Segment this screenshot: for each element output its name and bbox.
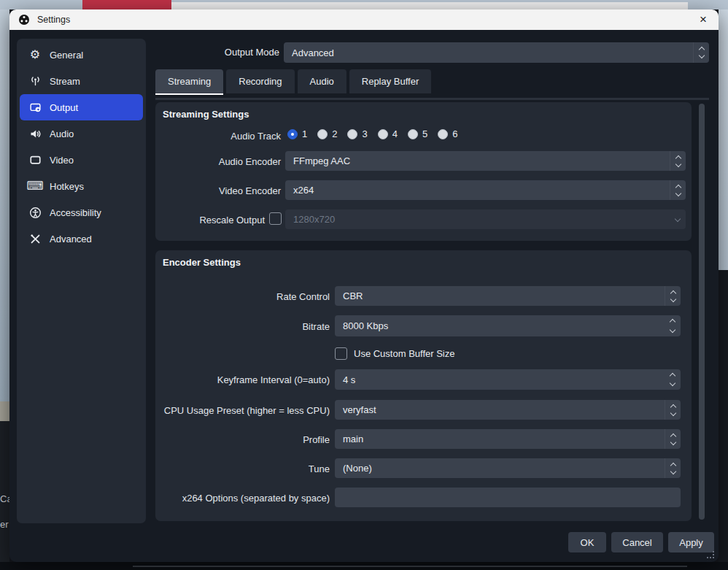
- chevron-down-icon[interactable]: [670, 209, 686, 229]
- vertical-scrollbar[interactable]: [699, 104, 705, 520]
- group-title: Encoder Settings: [163, 257, 241, 268]
- settings-dialog: Settings × ⚙ General Stream: [9, 9, 719, 562]
- profile-label: Profile: [155, 434, 330, 445]
- sidebar-item-advanced[interactable]: Advanced: [20, 226, 143, 252]
- x264-options-label: x264 Options (separated by space): [155, 493, 330, 504]
- tab-replay-buffer[interactable]: Replay Buffer: [349, 69, 432, 93]
- radio-label: 3: [362, 128, 367, 139]
- close-icon[interactable]: ×: [695, 12, 711, 28]
- sidebar-item-label: Audio: [50, 128, 74, 139]
- spinner-arrows-icon[interactable]: [665, 369, 681, 390]
- rate-control-label: Rate Control: [155, 291, 330, 302]
- radio-label: 4: [392, 128, 398, 139]
- sidebar-item-label: Output: [50, 102, 78, 113]
- rescale-resolution-select[interactable]: 1280x720: [285, 209, 686, 229]
- sidebar-item-output[interactable]: Output: [20, 94, 143, 120]
- video-encoder-value: x264: [293, 180, 314, 200]
- background-red-bar: [82, 0, 171, 9]
- output-mode-select[interactable]: Advanced: [284, 42, 709, 63]
- sidebar-item-label: Hotkeys: [50, 181, 84, 192]
- desktop-background: [0, 401, 9, 421]
- radio-track-2[interactable]: [317, 129, 328, 139]
- rescale-output-checkbox[interactable]: [269, 212, 282, 225]
- radio-track-3[interactable]: [347, 129, 357, 139]
- bitrate-label: Bitrate: [155, 321, 330, 332]
- settings-sidebar: ⚙ General Stream Output: [17, 39, 146, 523]
- bitrate-spinbox[interactable]: 8000 Kbps: [335, 315, 681, 336]
- video-encoder-label: Video Encoder: [155, 185, 281, 196]
- chevron-updown-icon[interactable]: [665, 286, 681, 306]
- profile-value: main: [343, 429, 363, 449]
- background-window-edge: Ca er: [0, 421, 9, 570]
- radio-track-4[interactable]: [378, 129, 388, 139]
- rescale-resolution-value: 1280x720: [293, 209, 335, 229]
- background-text-fragment: Ca: [0, 493, 9, 504]
- encoder-settings-group: Encoder Settings Rate Control CBR Bitrat…: [155, 250, 692, 521]
- rescale-output-label: Rescale Output: [155, 215, 265, 226]
- keyframe-interval-spinbox[interactable]: 4 s: [335, 369, 681, 390]
- keyframe-interval-value: 4 s: [343, 369, 355, 390]
- cpu-preset-select[interactable]: veryfast: [335, 400, 681, 420]
- video-encoder-select[interactable]: x264: [285, 180, 686, 200]
- sidebar-item-audio[interactable]: Audio: [20, 120, 143, 147]
- tab-streaming[interactable]: Streaming: [155, 69, 223, 93]
- output-tabs: Streaming Recording Audio Replay Buffer: [155, 69, 431, 93]
- audio-track-radios: 1 2 3 4 5 6: [287, 128, 463, 139]
- resize-grip[interactable]: [707, 551, 714, 558]
- desktop-background: [719, 9, 728, 270]
- tab-recording[interactable]: Recording: [226, 69, 294, 93]
- speaker-icon: [28, 126, 42, 141]
- rate-control-select[interactable]: CBR: [335, 286, 681, 306]
- sidebar-item-accessibility[interactable]: Accessibility: [20, 199, 143, 226]
- sidebar-item-label: Video: [50, 155, 74, 166]
- group-title: Streaming Settings: [163, 109, 249, 120]
- custom-buffer-checkbox[interactable]: [335, 347, 347, 360]
- audio-encoder-select[interactable]: FFmpeg AAC: [285, 151, 686, 171]
- chevron-updown-icon[interactable]: [665, 400, 681, 420]
- tab-audio[interactable]: Audio: [298, 69, 346, 93]
- cpu-preset-label: CPU Usage Preset (higher = less CPU): [155, 405, 330, 416]
- accessibility-icon: [28, 205, 42, 220]
- chevron-updown-icon[interactable]: [670, 180, 686, 200]
- title-bar[interactable]: Settings ×: [9, 9, 719, 30]
- chevron-updown-icon[interactable]: [670, 151, 686, 171]
- background-window-edge: [133, 566, 687, 567]
- radio-label: 5: [422, 128, 427, 139]
- bitrate-value: 8000 Kbps: [343, 315, 388, 336]
- rate-control-value: CBR: [343, 286, 363, 306]
- radio-label: 1: [302, 128, 307, 139]
- ok-button[interactable]: OK: [568, 532, 606, 552]
- tab-separator: [155, 98, 709, 100]
- chevron-updown-icon[interactable]: [665, 458, 681, 478]
- cancel-button[interactable]: Cancel: [611, 532, 663, 552]
- output-mode-label: Output Mode: [9, 42, 279, 63]
- chevron-updown-icon[interactable]: [665, 429, 681, 449]
- radio-label: 2: [332, 128, 337, 139]
- radio-label: 6: [452, 128, 457, 139]
- radio-track-5[interactable]: [408, 129, 418, 139]
- tune-value: (None): [343, 458, 372, 478]
- desktop-background: [719, 270, 728, 570]
- custom-buffer-row: Use Custom Buffer Size: [335, 347, 454, 360]
- sidebar-item-label: Advanced: [50, 234, 92, 244]
- keyboard-icon: ⌨: [28, 179, 42, 193]
- cpu-preset-value: veryfast: [343, 400, 376, 420]
- apply-button[interactable]: Apply: [668, 532, 714, 552]
- tune-select[interactable]: (None): [335, 458, 681, 478]
- output-screen-icon: [28, 100, 42, 115]
- sidebar-item-video[interactable]: Video: [20, 147, 143, 173]
- custom-buffer-label: Use Custom Buffer Size: [354, 348, 454, 359]
- audio-track-label: Audio Track: [155, 131, 281, 142]
- audio-encoder-label: Audio Encoder: [155, 156, 281, 167]
- spinner-arrows-icon[interactable]: [665, 315, 681, 336]
- x264-options-input[interactable]: [335, 488, 681, 507]
- sidebar-item-stream[interactable]: Stream: [20, 68, 143, 94]
- desktop-background: [0, 9, 9, 401]
- sidebar-item-hotkeys[interactable]: ⌨ Hotkeys: [20, 173, 143, 199]
- radio-track-6[interactable]: [438, 129, 448, 139]
- keyframe-interval-label: Keyframe Interval (0=auto): [155, 374, 330, 385]
- radio-track-1[interactable]: [287, 129, 298, 139]
- profile-select[interactable]: main: [335, 429, 681, 449]
- background-text-fragment: er: [0, 519, 9, 530]
- chevron-updown-icon[interactable]: [693, 42, 709, 63]
